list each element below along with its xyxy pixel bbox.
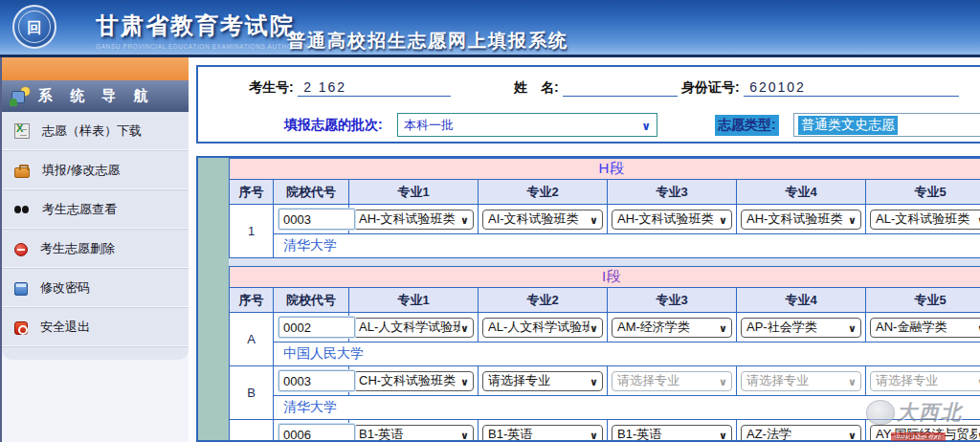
chevron-down-icon (848, 428, 857, 442)
major-select-value: 请选择专业 (617, 372, 719, 389)
column-header: 专业1 (349, 288, 479, 313)
major-select[interactable]: 请选择专业 (870, 371, 980, 391)
delete-icon (14, 243, 28, 256)
sidebar-item-label: 志愿（样表）下载 (42, 122, 142, 140)
sidebar-item-change-password[interactable]: 修改密码 (2, 269, 189, 308)
column-header: 专业4 (737, 288, 866, 313)
sidebar-item-view[interactable]: 考生志愿查看 (2, 190, 189, 230)
major-select[interactable]: AN-金融学类 (870, 318, 980, 338)
chevron-down-icon (848, 320, 857, 335)
authority-name-block: 甘肃省教育考试院 GANSU PROVINCIAL EDUCATION EXAM… (96, 11, 309, 50)
sidebar-item-logout[interactable]: 安全退出 (2, 308, 189, 347)
navigation-icon (10, 87, 31, 106)
college-code-input[interactable] (278, 424, 355, 442)
volunteer-type-value: 普通类文史志愿 (798, 116, 898, 135)
major-select-value: AH-文科试验班类 (617, 210, 719, 228)
major-select[interactable]: AL-人文科学试验班 (482, 318, 603, 338)
chevron-down-icon (590, 428, 598, 442)
column-header: 序号 (230, 180, 274, 205)
volunteer-type-input[interactable]: 普通类文史志愿 (793, 113, 980, 137)
sidebar-nav-header: 系 统 导 航 (2, 80, 189, 112)
major-select[interactable]: AH-文科试验班类 (741, 210, 861, 230)
chevron-down-icon (848, 374, 857, 388)
college-code-input[interactable] (278, 209, 355, 230)
university-name-link[interactable]: 中国人民大学 (274, 345, 364, 361)
excel-download-icon (14, 123, 30, 139)
section-h-table: H段 序号 院校代号 专业1 专业2 专业3 专业4 专业5 1 AH-文科试验… (229, 158, 980, 258)
section-i-title: I段 (230, 267, 980, 288)
major-select-value: AL-文科试验班类 (876, 210, 977, 228)
column-header: 专业5 (866, 180, 980, 205)
logo-emblem-icon: 回 (28, 20, 42, 34)
sidebar-item-label: 考生志愿删除 (40, 240, 115, 257)
column-header: 专业3 (608, 180, 737, 205)
major-select[interactable]: 请选择专业 (482, 371, 603, 391)
major-select[interactable]: CH-文科试验班类 (353, 371, 474, 391)
major-select[interactable]: AI-文科试验班类 (482, 210, 603, 230)
volunteer-table-container: H段 序号 院校代号 专业1 专业2 专业3 专业4 专业5 1 AH-文科试验… (196, 156, 980, 442)
column-header: 专业4 (737, 180, 866, 205)
chevron-down-icon (641, 117, 651, 134)
chevron-down-icon (590, 212, 598, 227)
university-name-link[interactable]: 清华大学 (274, 237, 337, 253)
column-header: 专业5 (866, 288, 980, 313)
section-gap (229, 258, 980, 266)
sidebar-item-label: 安全退出 (40, 319, 90, 336)
row-seq: A (230, 313, 274, 366)
major-select[interactable]: B1-英语 (482, 425, 603, 442)
volunteer-type-label: 志愿类型: (715, 115, 779, 136)
major-select[interactable]: AH-文科试验班类 (612, 210, 732, 230)
batch-row: 填报志愿的批次: 本科一批 志愿类型: 普通类文史志愿 (198, 113, 980, 138)
sidebar: 系 统 导 航 志愿（样表）下载 填报/修改志愿 考生志愿查看 考生志愿删除 修… (0, 57, 189, 442)
major-select[interactable]: AH-文科试验班类 (353, 210, 474, 230)
batch-select[interactable]: 本科一批 (397, 113, 657, 137)
major-select-value: B1-英语 (617, 426, 719, 442)
major-select[interactable]: 请选择专业 (612, 371, 732, 391)
college-code-input[interactable] (278, 370, 355, 391)
major-select-value: 请选择专业 (746, 372, 848, 389)
authority-name: 甘肃省教育考试院 (96, 11, 309, 41)
major-select-value: AZ-法学 (746, 426, 848, 442)
notepad-icon (14, 282, 28, 296)
chevron-down-icon (590, 374, 598, 388)
chevron-down-icon (460, 212, 469, 227)
major-select[interactable]: B1-英语 (612, 425, 732, 442)
sidebar-item-label: 考生志愿查看 (42, 201, 117, 218)
sidebar-item-delete[interactable]: 考生志愿删除 (2, 230, 189, 269)
chevron-down-icon (719, 320, 727, 335)
chevron-down-icon (590, 320, 598, 335)
major-select-value: AI-文科试验班类 (488, 210, 590, 228)
system-title: 普通高校招生志愿网上填报系统 (287, 29, 568, 54)
major-select-value: AH-文科试验班类 (746, 210, 848, 228)
sidebar-item-fill-modify[interactable]: 填报/修改志愿 (2, 151, 189, 190)
university-name-link[interactable]: 清华大学 (274, 399, 337, 414)
major-select[interactable]: AZ-法学 (741, 425, 861, 442)
batch-select-value: 本科一批 (404, 117, 641, 134)
major-select[interactable]: 请选择专业 (741, 371, 861, 391)
college-code-input[interactable] (278, 317, 355, 338)
sidebar-item-label: 填报/修改志愿 (42, 162, 121, 179)
sidebar-item-download-sample[interactable]: 志愿（样表）下载 (2, 112, 189, 151)
major-select[interactable]: B1-英语 (353, 425, 474, 442)
major-select[interactable]: AP-社会学类 (741, 318, 861, 338)
table-row: B CH-文科试验班类 请选择专业 请选择专业 请选择专业 请选择专业 (230, 366, 980, 396)
authority-logo: 回 (12, 5, 56, 49)
major-select-value: B1-英语 (359, 426, 460, 442)
major-select[interactable]: AL-人文科学试验班 (353, 318, 474, 338)
candidate-no-value: 2 162 (298, 79, 451, 97)
chevron-down-icon (719, 212, 727, 227)
major-select[interactable]: AY-国际经济与贸易 (870, 425, 980, 442)
row-seq: C (230, 420, 274, 442)
row-seq: 1 (230, 205, 274, 258)
major-select-value: CH-文科试验班类 (359, 372, 460, 389)
top-banner: 回 甘肃省教育考试院 GANSU PROVINCIAL EDUCATION EX… (0, 0, 980, 55)
row-seq: B (230, 366, 274, 420)
major-select[interactable]: AL-文科试验班类 (870, 210, 980, 230)
major-select-value: 请选择专业 (876, 372, 977, 389)
sidebar-item-label: 修改密码 (40, 279, 90, 297)
candidate-no-label: 考生号: (249, 79, 294, 95)
column-header: 院校代号 (274, 288, 349, 313)
name-value (563, 95, 678, 97)
column-header: 专业3 (608, 288, 737, 313)
major-select[interactable]: AM-经济学类 (612, 318, 732, 338)
